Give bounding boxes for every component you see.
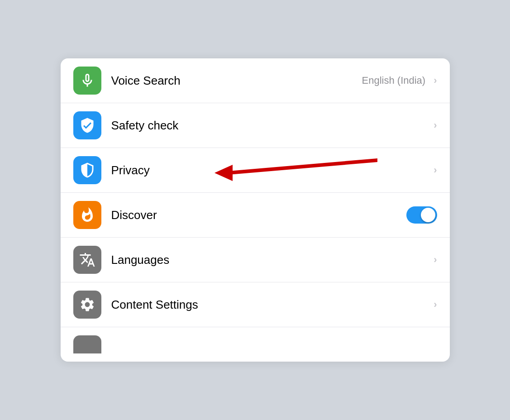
voice-search-icon-wrapper xyxy=(73,67,101,95)
gear-icon xyxy=(79,296,95,313)
partial-icon-wrapper xyxy=(73,335,101,353)
content-settings-chevron: › xyxy=(434,299,437,310)
languages-item[interactable]: Languages › xyxy=(61,238,450,282)
privacy-item[interactable]: Privacy › xyxy=(61,148,450,193)
microphone-icon xyxy=(79,72,95,89)
voice-search-value: English (India) xyxy=(362,75,426,86)
shield-half-icon xyxy=(79,162,95,178)
partial-item xyxy=(61,327,450,362)
content-settings-label: Content Settings xyxy=(111,298,430,312)
voice-search-label: Voice Search xyxy=(111,74,362,88)
languages-chevron: › xyxy=(434,254,437,266)
languages-icon-wrapper xyxy=(73,246,101,274)
content-settings-icon-wrapper xyxy=(73,291,101,319)
discover-icon-wrapper xyxy=(73,201,101,229)
safety-check-chevron: › xyxy=(434,119,437,131)
discover-label: Discover xyxy=(111,208,406,222)
privacy-label: Privacy xyxy=(111,163,430,177)
discover-item[interactable]: Discover xyxy=(61,193,450,238)
privacy-chevron: › xyxy=(434,164,437,176)
safety-check-label: Safety check xyxy=(111,119,430,133)
toggle-knob xyxy=(421,208,435,222)
voice-search-item[interactable]: Voice Search English (India) › xyxy=(61,58,450,103)
voice-search-chevron: › xyxy=(434,75,437,86)
flame-icon xyxy=(79,207,95,223)
discover-toggle[interactable] xyxy=(406,206,437,224)
translate-icon xyxy=(79,252,95,268)
content-settings-item[interactable]: Content Settings › xyxy=(61,282,450,327)
settings-panel: Voice Search English (India) › Safety ch… xyxy=(61,58,450,362)
safety-check-item[interactable]: Safety check › xyxy=(61,103,450,148)
safety-check-icon-wrapper xyxy=(73,111,101,139)
languages-label: Languages xyxy=(111,253,430,267)
privacy-icon-wrapper xyxy=(73,156,101,184)
shield-check-icon xyxy=(79,117,95,134)
